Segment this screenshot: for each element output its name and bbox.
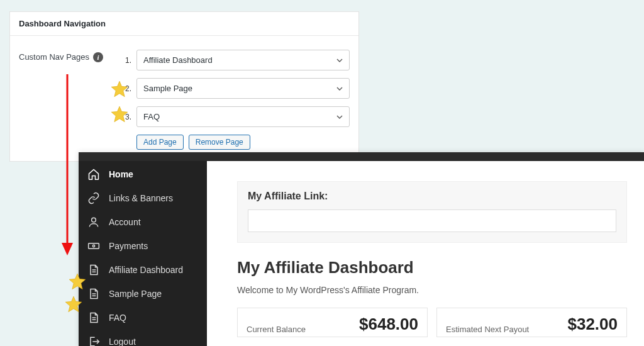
- sidebar-item-label: Logout: [109, 337, 136, 346]
- stat-row: Current Balance $648.00 Estimated Next P…: [237, 308, 627, 337]
- document-icon: [87, 287, 100, 300]
- dashboard-main: My Affiliate Link: My Affiliate Dashboar…: [207, 161, 644, 346]
- affiliate-link-title: My Affiliate Link:: [248, 191, 616, 202]
- page-select-value: Affiliate Dashboard: [143, 55, 213, 65]
- pages-column: 1. Affiliate Dashboard 2. Sample Page 3.…: [123, 50, 350, 150]
- sidebar-item-account[interactable]: Account: [79, 210, 207, 234]
- stat-current-balance: Current Balance $648.00: [237, 308, 428, 337]
- sidebar-item-links[interactable]: Links & Banners: [79, 186, 207, 210]
- stat-label: Estimated Next Payout: [446, 325, 529, 334]
- svg-point-0: [92, 218, 96, 222]
- dashboard-heading: My Affiliate Dashboard: [237, 258, 627, 277]
- page-buttons: Add Page Remove Page: [136, 135, 350, 150]
- svg-rect-1: [89, 243, 99, 248]
- user-icon: [87, 216, 100, 228]
- page-select-value: Sample Page: [143, 84, 192, 93]
- affiliate-dashboard-window: Home Links & Banners Account Payments Af…: [79, 152, 644, 346]
- sidebar-item-logout[interactable]: Logout: [79, 330, 207, 346]
- page-num: 2.: [123, 84, 131, 93]
- chevron-down-icon: [336, 87, 343, 91]
- settings-card: Dashboard Navigation Custom Nav Pages i …: [9, 11, 359, 162]
- svg-point-2: [92, 245, 94, 247]
- sidebar-item-label: FAQ: [109, 313, 126, 323]
- settings-card-body: Custom Nav Pages i 1. Affiliate Dashboar…: [10, 36, 358, 161]
- page-num: 3.: [123, 113, 131, 121]
- remove-page-button[interactable]: Remove Page: [189, 135, 250, 150]
- sidebar-item-faq[interactable]: FAQ: [79, 306, 207, 330]
- page-select-1[interactable]: Affiliate Dashboard: [136, 50, 350, 70]
- dashboard-subtext: Welcome to My WordPress's Affiliate Prog…: [237, 285, 627, 295]
- page-row-2: 2. Sample Page: [123, 78, 350, 99]
- page-num: 1.: [123, 56, 131, 65]
- sidebar: Home Links & Banners Account Payments Af…: [79, 161, 207, 346]
- document-icon: [87, 311, 100, 324]
- sidebar-item-affiliate-dashboard[interactable]: Affiliate Dashboard: [79, 258, 207, 282]
- sidebar-item-label: Sample Page: [109, 289, 162, 299]
- settings-card-title: Dashboard Navigation: [10, 12, 358, 36]
- chevron-down-icon: [336, 59, 343, 62]
- sidebar-item-label: Links & Banners: [109, 193, 173, 203]
- affiliate-link-input[interactable]: [248, 209, 616, 232]
- settings-label: Custom Nav Pages i: [19, 50, 123, 150]
- info-icon[interactable]: i: [93, 52, 103, 62]
- sidebar-item-home[interactable]: Home: [79, 162, 207, 186]
- stat-value: $648.00: [359, 315, 418, 334]
- sidebar-item-label: Affiliate Dashboard: [109, 265, 183, 275]
- stat-label: Current Balance: [247, 325, 306, 334]
- chevron-down-icon: [336, 115, 343, 119]
- link-icon: [87, 192, 100, 204]
- stat-value: $32.00: [567, 315, 618, 334]
- sidebar-item-label: Account: [109, 217, 141, 227]
- sidebar-item-sample-page[interactable]: Sample Page: [79, 282, 207, 306]
- svg-marker-4: [62, 243, 73, 255]
- sidebar-item-label: Payments: [109, 241, 148, 251]
- custom-nav-label: Custom Nav Pages: [19, 52, 89, 62]
- page-select-value: FAQ: [143, 112, 160, 121]
- page-select-3[interactable]: FAQ: [136, 106, 350, 127]
- page-select-2[interactable]: Sample Page: [136, 78, 350, 99]
- sidebar-item-payments[interactable]: Payments: [79, 234, 207, 258]
- logout-icon: [87, 335, 100, 346]
- cash-icon: [87, 240, 100, 252]
- sidebar-item-label: Home: [109, 169, 133, 179]
- stat-next-payout: Estimated Next Payout $32.00: [436, 308, 627, 337]
- page-row-3: 3. FAQ: [123, 106, 350, 127]
- page-row-1: 1. Affiliate Dashboard: [123, 50, 350, 70]
- document-icon: [87, 264, 100, 276]
- home-icon: [87, 168, 100, 181]
- affiliate-link-box: My Affiliate Link:: [237, 181, 627, 243]
- add-page-button[interactable]: Add Page: [136, 135, 184, 150]
